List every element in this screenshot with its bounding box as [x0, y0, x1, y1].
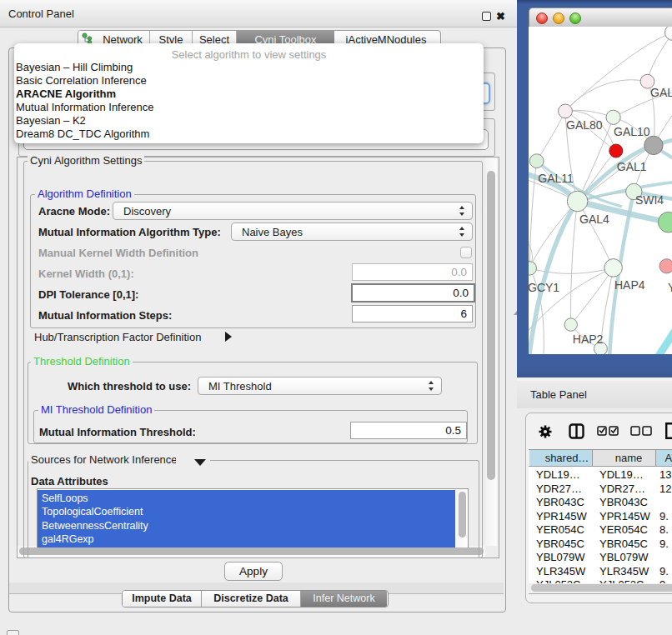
svg-text:GAL2: GAL2 — [650, 86, 672, 99]
svg-text:GAL4: GAL4 — [579, 212, 609, 226]
svg-text:GAL11: GAL11 — [538, 172, 574, 185]
svg-text:HAP2: HAP2 — [573, 332, 604, 346]
svg-text:GCY1: GCY1 — [529, 281, 559, 294]
svg-text:GAL80: GAL80 — [566, 118, 603, 132]
svg-text:GAL1: GAL1 — [617, 160, 647, 173]
svg-text:HAP4: HAP4 — [614, 278, 645, 292]
svg-text:SWI4: SWI4 — [635, 193, 664, 207]
svg-text:Y: Y — [668, 281, 672, 294]
svg-text:GAL10: GAL10 — [614, 125, 650, 138]
